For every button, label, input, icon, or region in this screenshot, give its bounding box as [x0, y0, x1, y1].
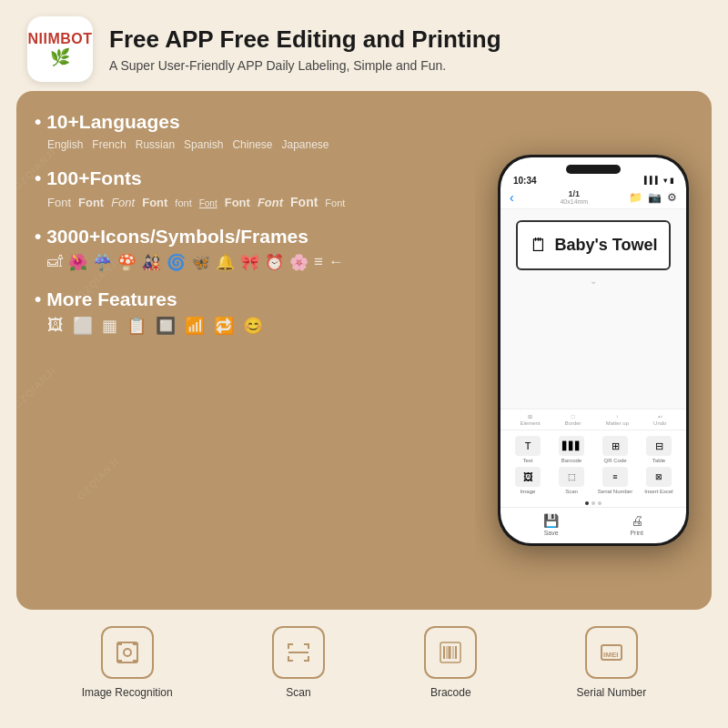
icon-figure: 🎎: [142, 253, 161, 272]
app-icon-leaves: 🌿: [50, 47, 70, 67]
serial-icon: ≡: [602, 467, 628, 487]
tool-text[interactable]: T Text: [508, 436, 548, 463]
font-item-8: Font: [258, 196, 283, 209]
app-icon-text: NIIMBOT: [27, 31, 92, 47]
lang-spanish: Spanish: [184, 138, 223, 151]
icon-umbrella: ☔: [93, 253, 112, 272]
matter-icon: ↑: [616, 414, 619, 420]
scan-label: Scan: [286, 686, 310, 699]
toolbar-border[interactable]: □ Border: [565, 414, 581, 426]
font-item-7: Font: [225, 196, 250, 209]
canvas-expand-icon: ⌄: [590, 276, 597, 286]
left-panel: GZQIANJI GZQIANJI GZQIANJI GZQIANJI 10+L…: [16, 91, 475, 610]
more-features-row: 🖼 ⬜ ▦ 📋 🔲 📶 🔁 😊: [35, 316, 457, 336]
watermark-3: GZQIANJI: [16, 365, 57, 411]
dot-2: [592, 501, 595, 505]
tool-barcode[interactable]: ▋▋▋ Barcode: [551, 436, 592, 463]
image-recognition-label: Image Recognition: [82, 686, 173, 699]
nav-size: 40x14mm: [520, 198, 629, 205]
nav-icons: 📁 📷 ⚙: [629, 191, 677, 204]
phone-bottom-nav: 💾 Save 🖨 Print: [500, 507, 686, 543]
back-button[interactable]: ‹: [510, 190, 514, 205]
svg-text:IMEI: IMEI: [603, 651, 618, 659]
matter-label: Matter up: [606, 420, 629, 426]
feature-barcode: Bracode: [424, 626, 477, 699]
icons-title: 3000+Icons/Symbols/Frames: [35, 226, 457, 248]
header-subtitle: A Super User-Friendly APP Daily Labeling…: [109, 58, 701, 73]
border-label: Border: [565, 420, 581, 426]
nav-center: 1/1 40x14mm: [520, 189, 629, 205]
tool-serial[interactable]: ≡ Serial Number: [595, 467, 635, 494]
font-item-3: Font: [111, 196, 135, 209]
icons-section: 3000+Icons/Symbols/Frames 🛋 🌺 ☔ 🍄 🎎 🌀 🦋 …: [35, 226, 457, 272]
camera-icon[interactable]: 📷: [648, 191, 662, 204]
serial-feature-icon: IMEI: [585, 626, 638, 679]
svg-point-1: [124, 649, 131, 656]
tool-scan[interactable]: ⬚ Scan: [551, 467, 592, 494]
font-item-5: font: [175, 197, 191, 208]
qrcode-icon: ⊞: [602, 436, 628, 456]
icons-row: 🛋 🌺 ☔ 🍄 🎎 🌀 🦋 🔔 🎀 ⏰ 🌸 ≡ ←: [35, 253, 457, 272]
tool-table[interactable]: ⊟ Table: [639, 436, 679, 463]
tool-image[interactable]: 🖼 Image: [508, 467, 548, 494]
fonts-row: Font Font Font Font font Font Font Font …: [35, 195, 457, 209]
toolbar-matter[interactable]: ↑ Matter up: [606, 414, 629, 426]
border-icon: □: [571, 414, 575, 420]
tool-qrcode[interactable]: ⊞ QR Code: [595, 436, 635, 463]
watermark-4: GZQIANJI: [76, 456, 122, 502]
save-button[interactable]: 💾 Save: [543, 513, 559, 536]
scan-feature-icon: [272, 626, 325, 679]
dot-1: [585, 501, 589, 505]
icon-clock: ⏰: [265, 253, 284, 272]
save-icon: 💾: [543, 513, 559, 528]
header-text: Free APP Free Editing and Printing A Sup…: [109, 25, 701, 72]
icon-lines: ≡: [314, 253, 323, 272]
font-item-9: Font: [290, 195, 318, 209]
serial-label: Serial Number: [598, 489, 632, 494]
right-panel: 10:34 ▍▍▍ ▾ ▮ ‹ 1/1 40x14mm 📁: [475, 91, 712, 610]
table-icon: ⊟: [646, 436, 672, 456]
print-button[interactable]: 🖨 Print: [630, 513, 642, 536]
dynamic-island: [566, 165, 621, 174]
label-preview: 🗒 Baby's Towel: [516, 220, 671, 270]
languages-row: English French Russian Spanish Chinese J…: [35, 138, 457, 151]
text-label: Text: [522, 458, 532, 463]
phone-status-bar: 10:34 ▍▍▍ ▾ ▮: [500, 174, 686, 186]
print-label: Print: [630, 530, 642, 536]
icon-arrow: ←: [329, 253, 344, 272]
font-item-6: Font: [199, 198, 217, 208]
mf-wifi: 📶: [185, 316, 205, 336]
qrcode-label: QR Code: [603, 458, 626, 463]
phone: 10:34 ▍▍▍ ▾ ▮ ‹ 1/1 40x14mm 📁: [498, 155, 689, 546]
icon-wind: 🌀: [167, 253, 186, 272]
languages-section: 10+Languages English French Russian Span…: [35, 111, 457, 151]
font-item-2: Font: [78, 196, 104, 209]
feature-image-recognition: Image Recognition: [82, 626, 173, 699]
tool-excel[interactable]: ⊠ Insert Excel: [639, 467, 679, 494]
settings-icon[interactable]: ⚙: [667, 191, 677, 204]
serial-number-label: Serial Number: [577, 686, 647, 699]
fonts-title: 100+Fonts: [35, 167, 457, 189]
mf-smile: 😊: [243, 316, 263, 336]
fonts-section: 100+Fonts Font Font Font Font font Font …: [35, 167, 457, 209]
font-item-10: Font: [325, 197, 345, 208]
folder-icon[interactable]: 📁: [629, 191, 642, 204]
print-icon: 🖨: [631, 513, 643, 528]
mf-grid: ▦: [102, 316, 117, 336]
page-dots: [500, 500, 686, 507]
main-content: GZQIANJI GZQIANJI GZQIANJI GZQIANJI 10+L…: [0, 91, 728, 610]
undo-label: Undo: [653, 420, 666, 426]
more-features-section: More Features 🖼 ⬜ ▦ 📋 🔲 📶 🔁 😊: [35, 288, 457, 336]
scan-icon: ⬚: [559, 467, 584, 487]
app-nav: ‹ 1/1 40x14mm 📁 📷 ⚙: [500, 186, 686, 209]
toolbar-undo[interactable]: ↩ Undo: [653, 413, 666, 426]
mf-frame: 🔲: [156, 316, 176, 336]
phone-toolbar: ⊞ Element □ Border ↑ Matter up ↩ Undo: [500, 409, 686, 430]
phone-canvas[interactable]: 🗒 Baby's Towel ⌄: [500, 209, 686, 409]
icon-sofa: 🛋: [47, 253, 63, 272]
lang-japanese: Japanese: [281, 138, 329, 151]
icon-mushroom: 🍄: [117, 253, 136, 272]
toolbar-element[interactable]: ⊞ Element: [521, 413, 541, 426]
barcode-label: Barcode: [561, 458, 581, 463]
signal-icon: ▍▍▍: [644, 177, 661, 185]
